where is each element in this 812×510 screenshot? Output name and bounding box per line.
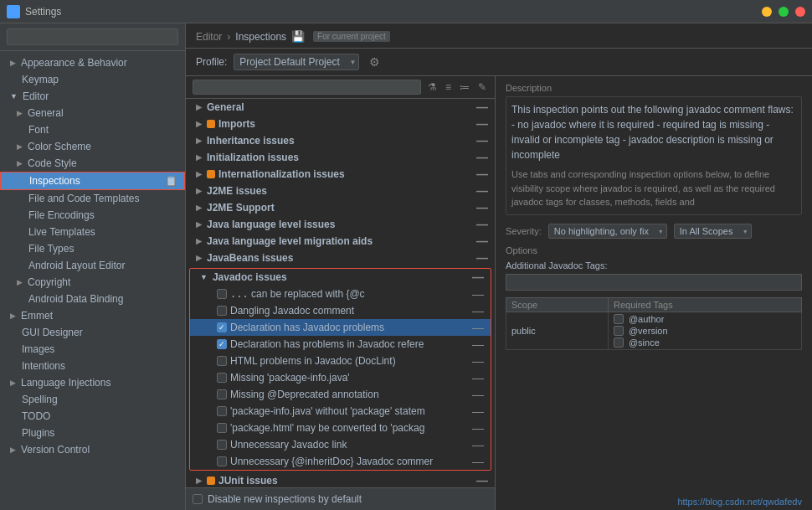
inspect-item-dangling[interactable]: Dangling Javadoc comment—	[190, 302, 491, 319]
additional-tags-input[interactable]	[506, 274, 802, 291]
inspect-item-j2me[interactable]: ▶J2ME issues—	[186, 183, 495, 199]
right-panel: Description This inspection points out t…	[496, 76, 812, 510]
inspect-item-general[interactable]: ▶General—	[186, 99, 495, 116]
item-checkbox[interactable]	[217, 322, 227, 332]
dash-icon: —	[472, 337, 484, 351]
group-arrow-icon: ▶	[196, 220, 202, 229]
sidebar-item-colorscheme[interactable]: ▶Color Scheme	[0, 138, 185, 155]
sidebar-item-todo[interactable]: TODO	[0, 408, 185, 425]
sidebar-item-livetemplates[interactable]: Live Templates	[0, 224, 185, 240]
inspect-item-javabeans[interactable]: ▶JavaBeans issues—	[186, 250, 495, 266]
item-checkbox[interactable]	[217, 306, 227, 316]
inspect-search-input[interactable]	[193, 80, 421, 95]
item-checkbox[interactable]	[217, 423, 227, 433]
severity-indicator	[207, 477, 215, 485]
sidebar-item-images[interactable]: Images	[0, 341, 185, 358]
sidebar-item-label: Font	[28, 124, 49, 136]
close-button[interactable]	[795, 7, 805, 17]
tag-since-checkbox[interactable]	[614, 337, 624, 348]
sidebar-search-input[interactable]	[7, 28, 178, 45]
dash-icon: —	[472, 304, 484, 317]
minimize-button[interactable]	[762, 7, 772, 17]
item-checkbox[interactable]	[217, 373, 227, 383]
tag-version-checkbox[interactable]	[614, 326, 624, 336]
inspect-item-missing_pkg[interactable]: Missing 'package-info.java'—	[190, 369, 491, 386]
inspect-item-i18n[interactable]: ▶Internationalization issues—	[186, 166, 495, 183]
sidebar-item-copyright[interactable]: ▶Copyright	[0, 274, 185, 291]
sidebar-item-general[interactable]: ▶General	[0, 105, 185, 121]
sidebar-item-label: Emmet	[21, 310, 53, 322]
title-bar-text: Settings	[25, 6, 61, 18]
profile-select[interactable]: Project Default Project	[234, 54, 359, 70]
inspect-item-j2mesupport[interactable]: ▶J2ME Support—	[186, 199, 495, 216]
sidebar-item-fileencodings[interactable]: File Encodings	[0, 207, 185, 224]
dash-icon: —	[472, 270, 484, 284]
inspect-item-pkg_html[interactable]: 'package.html' may be converted to 'pack…	[190, 420, 491, 436]
inspect-item-label: Imports	[218, 118, 473, 130]
expand-icon-btn[interactable]: ≡	[444, 80, 453, 95]
sidebar-item-guidesigner[interactable]: GUI Designer	[0, 324, 185, 341]
item-checkbox[interactable]	[217, 389, 227, 399]
inspect-item-junit[interactable]: ▶JUnit issues—	[186, 472, 495, 487]
disable-checkbox[interactable]	[193, 494, 203, 504]
sidebar-item-filetypes[interactable]: File Types	[0, 240, 185, 257]
sidebar-item-label: Intentions	[22, 360, 65, 372]
filter-icon-btn[interactable]: ⚗	[426, 80, 439, 95]
sidebar-item-versioncontrol[interactable]: ▶Version Control	[0, 441, 185, 458]
gear-button[interactable]: ⚙	[366, 54, 383, 70]
sidebar-item-langinjections[interactable]: ▶Language Injections	[0, 374, 185, 391]
inspect-item-pkg_no_pkg[interactable]: 'package-info.java' without 'package' st…	[190, 403, 491, 420]
sidebar-item-editor[interactable]: ▼Editor	[0, 88, 185, 105]
dash-icon: —	[472, 388, 484, 401]
dash-icon: —	[472, 438, 484, 451]
sidebar-item-spelling[interactable]: Spelling	[0, 391, 185, 408]
item-checkbox[interactable]	[217, 456, 227, 466]
scope-cell-public: public	[506, 312, 609, 349]
sidebar-item-label: File Encodings	[28, 209, 95, 221]
sidebar-item-inspections[interactable]: Inspections📋	[0, 172, 185, 190]
inspect-item-imports[interactable]: ▶Imports—	[186, 116, 495, 132]
item-checkbox[interactable]	[217, 406, 227, 416]
inspect-item-declaration_problems[interactable]: Declaration has Javadoc problems—	[190, 319, 491, 336]
sidebar-item-fileandcode[interactable]: File and Code Templates	[0, 190, 185, 207]
inspect-item-html_problems[interactable]: HTML problems in Javadoc (DocLint)—	[190, 353, 491, 369]
item-checkbox[interactable]	[217, 339, 227, 349]
sidebar-item-label: Copyright	[28, 276, 70, 288]
dash-icon: —	[476, 151, 488, 164]
maximize-button[interactable]	[779, 7, 789, 17]
sidebar-item-emmet[interactable]: ▶Emmet	[0, 307, 185, 324]
group-arrow-icon: ▶	[196, 477, 202, 485]
scope-select[interactable]: In All Scopes	[674, 224, 752, 239]
inspect-item-missing_dep[interactable]: Missing @Deprecated annotation—	[190, 386, 491, 403]
inspect-item-declaration_ref[interactable]: Declaration has problems in Javadoc refe…	[190, 336, 491, 353]
sidebar-item-androidlayout[interactable]: Android Layout Editor	[0, 257, 185, 274]
edit-icon-btn[interactable]: ✎	[476, 80, 488, 95]
item-checkbox[interactable]	[217, 356, 227, 366]
collapse-icon-btn[interactable]: ≔	[458, 80, 471, 95]
sidebar-item-label: Android Data Binding	[28, 293, 123, 305]
inspect-item-label: Unnecessary Javadoc link	[230, 439, 469, 451]
inspect-item-unnecessary_inherit[interactable]: Unnecessary {@inheritDoc} Javadoc commer…	[190, 453, 491, 470]
dash-icon: —	[472, 321, 484, 334]
tag-author-checkbox[interactable]	[614, 314, 624, 324]
sidebar-item-androiddatabinding[interactable]: Android Data Binding	[0, 291, 185, 307]
item-checkbox[interactable]	[217, 440, 227, 450]
sidebar-item-appearance[interactable]: ▶Appearance & Behavior	[0, 54, 185, 71]
inspect-item-inheritance[interactable]: ▶Inheritance issues—	[186, 132, 495, 149]
inspect-item-javalangmig[interactable]: ▶Java language level migration aids—	[186, 233, 495, 250]
severity-label: Severity:	[506, 226, 542, 236]
inspect-item-code_replace[interactable]: ... can be replaced with {@c—	[190, 286, 491, 302]
item-checkbox[interactable]	[217, 289, 227, 299]
severity-select[interactable]: No highlighting, only fix	[548, 224, 667, 239]
sidebar-item-intentions[interactable]: Intentions	[0, 358, 185, 374]
sidebar-item-codestyle[interactable]: ▶Code Style	[0, 155, 185, 172]
inspect-item-init[interactable]: ▶Initialization issues—	[186, 149, 495, 166]
description-section: Description This inspection points out t…	[506, 83, 802, 215]
sidebar-item-keymap[interactable]: Keymap	[0, 71, 185, 88]
sidebar-item-plugins[interactable]: Plugins	[0, 425, 185, 441]
inspect-item-unnecessary_link[interactable]: Unnecessary Javadoc link—	[190, 436, 491, 453]
sidebar-item-font[interactable]: Font	[0, 121, 185, 138]
inspect-item-label: Internationalization issues	[218, 168, 473, 180]
inspect-item-javadoc[interactable]: ▼Javadoc issues—	[190, 269, 491, 286]
inspect-item-javalang[interactable]: ▶Java language level issues—	[186, 216, 495, 233]
